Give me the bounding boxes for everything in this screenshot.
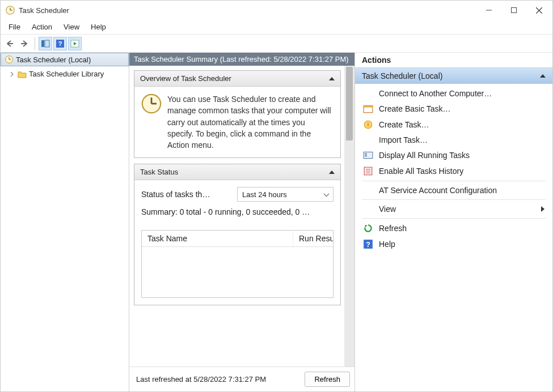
svg-text:?: ? — [366, 241, 370, 249]
actions-scope-row[interactable]: Task Scheduler (Local) — [355, 68, 552, 84]
task-status-body: Status of tasks th… Last 24 hours Summar… — [134, 180, 340, 305]
nav-forward-button[interactable] — [18, 37, 31, 50]
chevron-right-icon — [541, 206, 544, 212]
actions-separator — [362, 181, 546, 181]
folder-icon — [18, 70, 27, 78]
summary-content: Overview of Task Scheduler You can use T… — [129, 66, 354, 367]
action-connect-computer[interactable]: Connect to Another Computer… — [355, 86, 552, 101]
col-task-name[interactable]: Task Name — [142, 231, 293, 246]
action-help[interactable]: ? Help — [355, 236, 552, 252]
toolbar-run-button[interactable] — [68, 37, 82, 50]
summary-footer: Last refreshed at 5/28/2022 7:31:27 PM R… — [129, 367, 354, 391]
summary-scrollbar[interactable] — [344, 66, 354, 367]
task-status-title: Task Status — [140, 168, 178, 176]
action-label: Enable All Tasks History — [379, 167, 463, 176]
task-status-header[interactable]: Task Status — [134, 164, 340, 180]
action-display-running[interactable]: Display All Running Tasks — [355, 147, 552, 163]
svg-rect-25 — [365, 154, 366, 155]
collapse-icon — [540, 74, 546, 78]
help-icon: ? — [363, 239, 373, 249]
overview-text: You can use Task Scheduler to create and… — [167, 93, 334, 151]
tree-root-node[interactable]: Task Scheduler (Local) — [1, 53, 129, 66]
status-period-value: Last 24 hours — [242, 190, 287, 199]
running-tasks-icon — [363, 150, 373, 160]
action-create-basic-task[interactable]: Create Basic Task… — [355, 101, 552, 117]
window-controls — [476, 2, 551, 19]
svg-rect-22 — [364, 105, 373, 107]
overview-header[interactable]: Overview of Task Scheduler — [134, 71, 340, 87]
collapse-icon — [329, 171, 335, 174]
window-title: Task Scheduler — [19, 6, 476, 15]
tree-library-node[interactable]: Task Scheduler Library — [3, 69, 126, 79]
toolbar-help-button[interactable]: ? — [53, 37, 67, 50]
console-tree-panel: Task Scheduler (Local) Task Scheduler Li… — [1, 53, 129, 391]
actions-scope-label: Task Scheduler (Local) — [362, 71, 442, 80]
minimize-button[interactable] — [476, 2, 501, 19]
action-view-submenu[interactable]: View — [355, 202, 552, 216]
action-label: AT Service Account Configuration — [379, 186, 497, 195]
svg-text:?: ? — [58, 40, 62, 47]
menu-file[interactable]: File — [3, 21, 26, 33]
task-sparkle-icon — [363, 120, 373, 130]
toolbar-show-hide-tree-button[interactable] — [39, 37, 52, 50]
tree-library-label: Task Scheduler Library — [29, 70, 104, 78]
action-label: Connect to Another Computer… — [379, 89, 492, 98]
action-refresh[interactable]: Refresh — [355, 220, 552, 236]
toolbar: ? — [1, 35, 552, 53]
svg-rect-26 — [365, 155, 366, 156]
svg-marker-31 — [365, 225, 368, 228]
actions-header: Actions — [355, 53, 552, 68]
action-label: Display All Running Tasks — [379, 151, 470, 160]
body: Task Scheduler (Local) Task Scheduler Li… — [1, 53, 552, 391]
menu-help[interactable]: Help — [85, 21, 112, 33]
history-icon — [363, 166, 373, 176]
app-clock-icon — [5, 5, 15, 15]
clock-icon — [141, 93, 162, 114]
refresh-button[interactable]: Refresh — [305, 372, 350, 387]
status-task-table[interactable]: Task Name Run Resu — [141, 230, 334, 298]
nav-back-button[interactable] — [3, 37, 16, 50]
summary-main: Overview of Task Scheduler You can use T… — [129, 66, 344, 367]
maximize-button[interactable] — [501, 2, 526, 19]
menu-action[interactable]: Action — [26, 21, 58, 33]
menu-bar: File Action View Help — [1, 20, 552, 35]
overview-body: You can use Task Scheduler to create and… — [134, 87, 340, 157]
actions-list: Connect to Another Computer… Create Basi… — [355, 84, 552, 254]
action-at-service-config[interactable]: AT Service Account Configuration — [355, 183, 552, 198]
action-import-task[interactable]: Import Task… — [355, 133, 552, 147]
action-label: Create Basic Task… — [379, 104, 451, 113]
action-label: Help — [379, 240, 395, 249]
summary-panel: Task Scheduler Summary (Last refreshed: … — [129, 53, 355, 391]
task-scheduler-window: Task Scheduler File Action View Help ? — [0, 0, 553, 392]
overview-title: Overview of Task Scheduler — [140, 74, 231, 83]
actions-separator — [362, 199, 546, 200]
status-filter-label: Status of tasks th… — [141, 190, 210, 199]
tree: Task Scheduler Library — [1, 66, 129, 82]
status-period-combo[interactable]: Last 24 hours — [237, 187, 334, 202]
last-refreshed-text: Last refreshed at 5/28/2022 7:31:27 PM — [136, 375, 266, 384]
action-label: Create Task… — [379, 120, 429, 129]
refresh-icon — [363, 223, 373, 233]
scrollbar-thumb[interactable] — [346, 67, 353, 140]
svg-rect-4 — [512, 8, 517, 13]
chevron-right-icon[interactable] — [9, 71, 15, 78]
action-create-task[interactable]: Create Task… — [355, 117, 552, 133]
action-label: View — [379, 204, 396, 214]
status-filter-row: Status of tasks th… Last 24 hours — [141, 187, 334, 202]
titlebar: Task Scheduler — [1, 1, 552, 20]
action-enable-history[interactable]: Enable All Tasks History — [355, 163, 552, 179]
actions-separator — [362, 218, 546, 219]
menu-view[interactable]: View — [58, 21, 85, 33]
actions-panel: Actions Task Scheduler (Local) Connect t… — [355, 53, 552, 391]
col-run-result[interactable]: Run Resu — [293, 231, 333, 246]
action-label: Import Task… — [379, 135, 428, 144]
overview-group: Overview of Task Scheduler You can use T… — [134, 70, 341, 158]
collapse-icon — [329, 77, 335, 80]
task-status-group: Task Status Status of tasks th… Last 24 … — [134, 164, 341, 305]
toolbar-separator — [35, 37, 35, 50]
table-header: Task Name Run Resu — [142, 231, 333, 247]
close-button[interactable] — [526, 2, 551, 19]
summary-banner: Task Scheduler Summary (Last refreshed: … — [129, 53, 354, 66]
clock-icon — [5, 55, 14, 64]
status-summary-line: Summary: 0 total - 0 running, 0 succeede… — [141, 207, 334, 216]
